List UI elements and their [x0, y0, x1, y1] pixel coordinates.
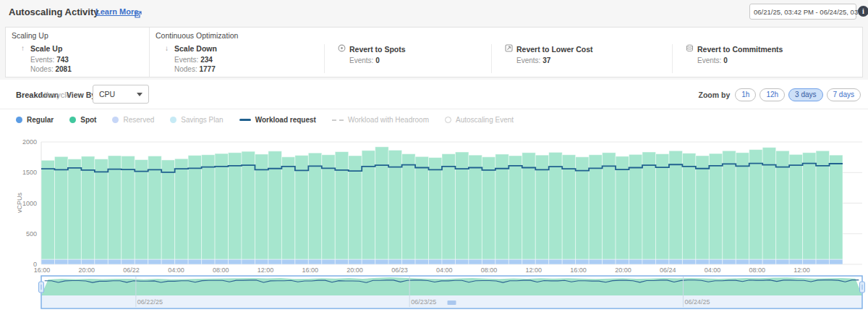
- x-tick-label: 08:00: [749, 266, 766, 274]
- x-tick-label: 20:00: [79, 266, 95, 274]
- spot-area-bar: [135, 160, 148, 260]
- lower-cost-icon: [505, 44, 513, 54]
- regular-area-bar: [362, 259, 375, 264]
- y-axis-title: vCPUs: [16, 193, 23, 214]
- view-by-select[interactable]: CPU: [93, 85, 149, 104]
- regular-area-bar: [349, 259, 362, 264]
- regular-area-bar: [161, 259, 174, 264]
- chevron-down-icon: [137, 93, 142, 96]
- x-tick-label: 12:00: [258, 266, 274, 274]
- spot-area-bar: [549, 152, 562, 259]
- spot-area-bar: [229, 153, 242, 259]
- regular-area-bar: [41, 259, 54, 264]
- group-title: Scaling Up: [6, 31, 149, 40]
- vcpu-area-chart[interactable]: 0500100015002000vCPUs16:0020:0006/2204:0…: [0, 130, 868, 275]
- spot-area-bar: [736, 153, 749, 259]
- spot-area-bar: [242, 151, 255, 259]
- regular-area-bar: [682, 259, 695, 264]
- stat-cell-revert-to-lower-cost: Revert to Lower Cost Events: 37: [491, 44, 672, 73]
- scrollbar-grip[interactable]: [448, 301, 456, 305]
- legend-item-autoscaling-event[interactable]: Autoscaling Event: [445, 116, 514, 124]
- legend-item-reserved[interactable]: Reserved: [112, 116, 154, 124]
- spot-area-bar: [642, 152, 655, 259]
- regular-area-bar: [803, 259, 816, 264]
- navigator-spot-area: [41, 277, 862, 295]
- x-tick-label: 16:00: [302, 266, 319, 274]
- legend-item-workload-with-headroom[interactable]: Workload with Headroom: [332, 116, 429, 124]
- headroom-dashed-line-icon: [332, 119, 344, 121]
- x-tick-label: 08:00: [481, 266, 498, 274]
- stat-title: Scale Up: [30, 44, 62, 53]
- regular-area-bar: [268, 259, 281, 264]
- regular-area-bar: [54, 259, 67, 264]
- spot-area-bar: [81, 156, 94, 259]
- x-tick-label: 08:00: [213, 266, 229, 274]
- legend-label: Workload request: [255, 116, 316, 124]
- spot-area-bar: [442, 154, 455, 259]
- spot-area-bar: [335, 152, 348, 260]
- regular-area-bar: [388, 259, 401, 264]
- stat-label: Events:: [174, 56, 198, 64]
- zoom-option-7-days[interactable]: 7 days: [827, 88, 861, 101]
- spot-area-bar: [308, 153, 321, 259]
- legend-item-savings-plan[interactable]: Savings Plan: [170, 116, 223, 124]
- scale-up-arrow-icon: ↑: [19, 45, 27, 52]
- legend-label: Spot: [80, 116, 96, 124]
- x-tick-label: 04:00: [705, 266, 721, 274]
- legend-label: Autoscaling Event: [456, 116, 514, 124]
- stat-value: 2081: [55, 65, 71, 73]
- date-range-input[interactable]: 06/21/25, 03:42 PM - 06/24/25, 03:42 PM: [749, 4, 856, 20]
- zoom-option-3-days[interactable]: 3 days: [788, 88, 822, 101]
- scaling-stats-panel: Scaling Up ↑ Scale Up Events: 743 Nodes:…: [5, 27, 863, 77]
- regular-area-bar: [429, 259, 442, 264]
- zoom-by-label: Zoom by: [699, 91, 731, 99]
- stat-label: Nodes:: [30, 65, 54, 73]
- stat-cell-revert-to-spots: Revert to Spots Events: 0: [324, 44, 491, 73]
- spot-area-bar: [122, 156, 135, 259]
- spot-area-bar: [148, 156, 161, 259]
- spot-area-bar: [469, 155, 482, 259]
- regular-area-bar: [229, 259, 242, 264]
- x-tick-label: 04:00: [436, 266, 453, 274]
- spot-area-bar: [322, 155, 335, 259]
- regular-area-bar: [655, 259, 668, 264]
- legend-item-workload-request[interactable]: Workload request: [239, 116, 316, 124]
- legend-item-spot[interactable]: Spot: [69, 116, 96, 124]
- autoscaling-event-ring-icon: [445, 117, 451, 123]
- savings-plan-dot-icon: [170, 117, 176, 123]
- spot-area-bar: [95, 159, 108, 260]
- spot-area-bar: [830, 155, 843, 259]
- page-title: Autoscaling Activity: [9, 7, 98, 17]
- navigator-date-label: 06/22/25: [137, 298, 163, 306]
- regular-area-bar: [469, 259, 482, 264]
- x-tick-label: 06/23: [391, 266, 408, 274]
- stat-value: 743: [56, 56, 69, 64]
- spot-area-bar: [629, 154, 642, 259]
- regular-area-bar: [776, 259, 789, 264]
- spot-area-bar: [535, 155, 548, 259]
- zoom-option-1h[interactable]: 1h: [735, 88, 756, 101]
- info-icon[interactable]: i: [858, 6, 868, 17]
- x-tick-label: 20:00: [615, 266, 631, 274]
- view-by-label: View By: [67, 91, 95, 99]
- regular-area-bar: [736, 259, 749, 264]
- legend-label: Savings Plan: [181, 116, 223, 124]
- spot-area-bar: [68, 159, 81, 260]
- stat-title: Revert to Spots: [349, 45, 406, 54]
- x-tick-label: 20:00: [346, 266, 363, 274]
- regular-area-bar: [535, 259, 548, 264]
- regular-area-bar: [642, 259, 655, 264]
- y-tick-label: 500: [26, 230, 37, 238]
- zoom-option-12h[interactable]: 12h: [760, 88, 785, 101]
- chart-navigator-brush[interactable]: 06/22/2506/23/2506/24/25: [0, 274, 868, 315]
- legend-item-regular[interactable]: Regular: [16, 116, 54, 124]
- spot-area-bar: [108, 156, 121, 259]
- regular-area-bar: [148, 259, 161, 264]
- regular-area-bar: [522, 259, 535, 264]
- y-tick-label: 2000: [22, 138, 37, 146]
- spot-area-bar: [576, 157, 589, 260]
- learn-more-link[interactable]: Learn More: [95, 7, 138, 16]
- regular-area-bar: [762, 259, 775, 264]
- spot-area-bar: [603, 153, 616, 259]
- regular-area-bar: [295, 259, 308, 264]
